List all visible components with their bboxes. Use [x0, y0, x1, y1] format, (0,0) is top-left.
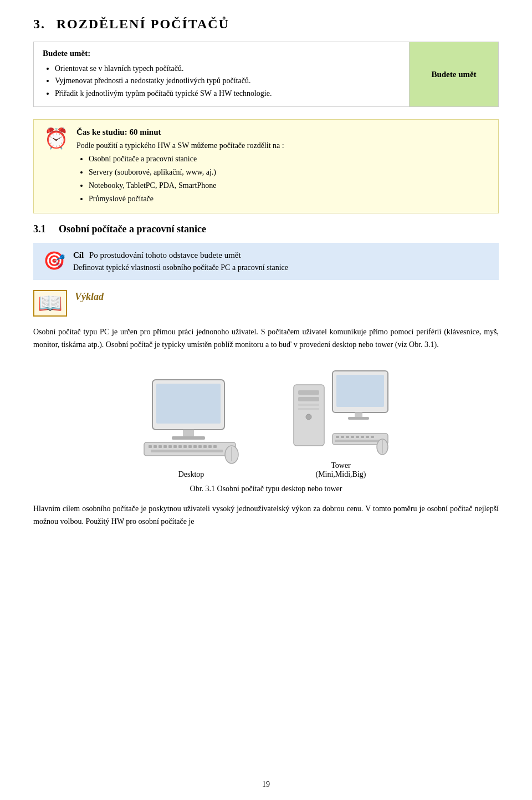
objectives-badge: Budete umět — [410, 42, 498, 106]
objectives-title: Budete umět: — [43, 49, 400, 58]
time-box: ⏰ Čas ke studiu: 60 minut Podle použití … — [33, 119, 499, 213]
computers-row: Desktop — [33, 368, 499, 479]
list-item: Notebooky, TabletPC, PDA, SmartPhone — [89, 179, 488, 192]
svg-rect-5 — [149, 445, 152, 448]
svg-rect-18 — [213, 445, 217, 448]
svg-rect-13 — [188, 445, 192, 448]
svg-rect-24 — [355, 412, 362, 417]
page: 3. ROZDĚLENÍ POČÍTAČŮ Budete umět: Orien… — [0, 0, 532, 800]
svg-rect-19 — [151, 450, 223, 452]
svg-rect-36 — [351, 436, 354, 438]
svg-rect-39 — [366, 436, 369, 438]
objectives-list: Orientovat se v hlavních typech počítačů… — [55, 63, 400, 100]
svg-rect-33 — [336, 436, 339, 438]
list-item: Servery (souborové, aplikační, www, aj.) — [89, 166, 488, 179]
svg-rect-11 — [178, 445, 182, 448]
goal-intro: Po prostudování tohoto odstavce budete u… — [89, 251, 241, 259]
svg-rect-4 — [144, 442, 236, 456]
svg-rect-10 — [173, 445, 177, 448]
svg-rect-30 — [298, 408, 319, 410]
svg-rect-2 — [183, 430, 194, 436]
body-paragraph-1: Osobní počítač typu PC je určen pro přím… — [33, 325, 499, 351]
svg-rect-29 — [298, 404, 319, 406]
svg-rect-3 — [172, 436, 205, 440]
svg-rect-34 — [341, 436, 344, 438]
svg-rect-15 — [198, 445, 202, 448]
time-box-content: Čas ke studiu: 60 minut Podle použití a … — [76, 128, 488, 205]
svg-rect-8 — [163, 445, 167, 448]
book-icon: 📖 — [33, 290, 67, 317]
svg-rect-25 — [348, 417, 369, 420]
bottom-text: Hlavním cílem osobního počítače je posky… — [33, 502, 499, 528]
list-item: Vyjmenovat přednosti a nedostatky jednot… — [55, 75, 400, 87]
desktop-illustration — [139, 377, 244, 466]
svg-rect-12 — [183, 445, 187, 448]
list-item: Přiřadit k jednotlivým typům počítačů ty… — [55, 88, 400, 100]
svg-rect-17 — [208, 445, 212, 448]
desktop-label: Desktop — [178, 470, 204, 479]
goal-box: 🎯 Cíl Po prostudování tohoto odstavce bu… — [33, 243, 499, 280]
time-box-title: Čas ke studiu: 60 minut — [76, 128, 488, 137]
chapter-header: 3. ROZDĚLENÍ POČÍTAČŮ — [33, 17, 499, 32]
goal-box-content: Cíl Po prostudování tohoto odstavce bude… — [73, 251, 489, 272]
svg-rect-37 — [356, 436, 359, 438]
svg-rect-41 — [335, 440, 383, 442]
svg-rect-16 — [203, 445, 207, 448]
objectives-left: Budete umět: Orientovat se v hlavních ty… — [34, 42, 410, 106]
goal-label: Cíl — [73, 251, 84, 259]
section-number: 3.1 — [33, 223, 50, 235]
tower-computer-item: Tower(Mini,Midi,Big) — [288, 368, 393, 479]
svg-rect-23 — [336, 375, 384, 407]
figure-caption: Obr. 3.1 Osobní počítač typu desktop neb… — [33, 485, 499, 493]
section-3-1-heading: 3.1 Osobní počítače a pracovní stanice — [33, 223, 499, 235]
list-item: Orientovat se v hlavních typech počítačů… — [55, 63, 400, 75]
chapter-number: 3. — [33, 17, 54, 31]
svg-rect-38 — [361, 436, 364, 438]
svg-rect-40 — [371, 436, 374, 438]
chapter-title: ROZDĚLENÍ POČÍTAČŮ — [57, 17, 229, 31]
svg-rect-6 — [154, 445, 157, 448]
svg-point-31 — [306, 414, 311, 420]
objectives-box: Budete umět: Orientovat se v hlavních ty… — [33, 42, 499, 107]
svg-rect-7 — [158, 445, 162, 448]
goal-icon: 🎯 — [43, 252, 65, 269]
time-box-intro: Podle použití a typického HW a SW můžeme… — [76, 141, 488, 150]
vyklad-box: 📖 Výklad — [33, 289, 499, 317]
chapter-title-block: 3. ROZDĚLENÍ POČÍTAČŮ — [33, 17, 499, 32]
list-item: Osobní počítače a pracovní stanice — [89, 152, 488, 166]
section-title: Osobní počítače a pracovní stanice — [59, 223, 206, 235]
svg-rect-28 — [298, 397, 319, 401]
list-item: Průmyslové počítače — [89, 192, 488, 206]
clock-icon: ⏰ — [44, 129, 69, 149]
goal-detail: Definovat typické vlastnosti osobního po… — [73, 263, 489, 272]
vyklad-label: Výklad — [75, 291, 104, 303]
svg-rect-14 — [193, 445, 197, 448]
page-number: 19 — [0, 780, 532, 789]
svg-rect-35 — [346, 436, 349, 438]
desktop-computer-item: Desktop — [139, 377, 244, 479]
svg-rect-27 — [298, 390, 319, 395]
tower-label: Tower(Mini,Midi,Big) — [315, 461, 366, 479]
time-box-list: Osobní počítače a pracovní stanice Serve… — [89, 152, 488, 205]
svg-rect-1 — [156, 384, 221, 424]
svg-rect-9 — [168, 445, 172, 448]
tower-illustration — [288, 368, 393, 457]
